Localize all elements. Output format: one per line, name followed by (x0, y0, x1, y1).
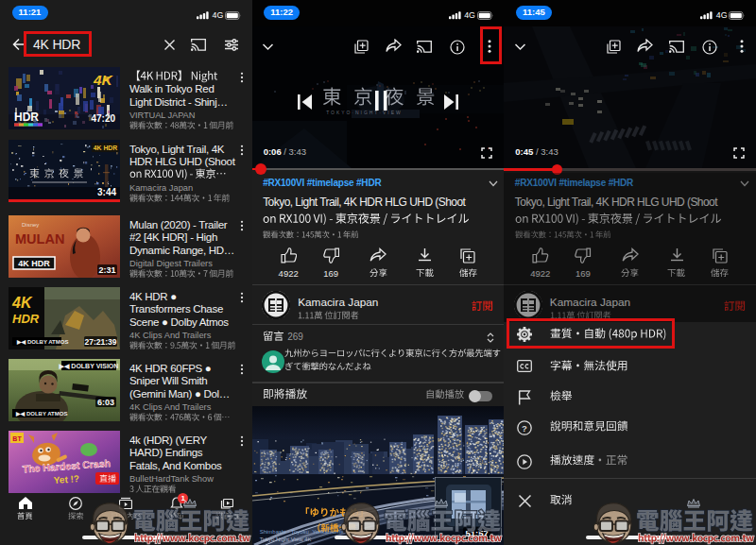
svg-text:HDR: HDR (12, 312, 40, 326)
svg-text:4K HDR: 4K HDR (18, 259, 50, 268)
svg-text:?: ? (522, 422, 527, 433)
svg-text:4K: 4K (93, 72, 114, 88)
svg-text:BT: BT (12, 435, 22, 442)
svg-text:Yet !?: Yet !? (53, 473, 79, 485)
svg-text:▶◀ DOLBY ATMOS: ▶◀ DOLBY ATMOS (16, 339, 68, 345)
svg-text:2:31: 2:31 (98, 265, 115, 275)
svg-text:6:03: 6:03 (97, 398, 114, 407)
svg-text:MULAN: MULAN (15, 231, 64, 247)
svg-text:HDR: HDR (14, 111, 39, 124)
svg-text:4K HDR: 4K HDR (94, 145, 117, 151)
svg-text:47:20: 47:20 (91, 113, 115, 124)
svg-text:4K: 4K (11, 295, 33, 311)
svg-text:27:21:39: 27:21:39 (84, 337, 116, 347)
svg-text:▶◀ DOLBY ATMOS: ▶◀ DOLBY ATMOS (15, 411, 67, 417)
svg-text:▶◀ DOLBY VISION: ▶◀ DOLBY VISION (59, 363, 119, 370)
svg-text:Disney: Disney (22, 222, 39, 228)
